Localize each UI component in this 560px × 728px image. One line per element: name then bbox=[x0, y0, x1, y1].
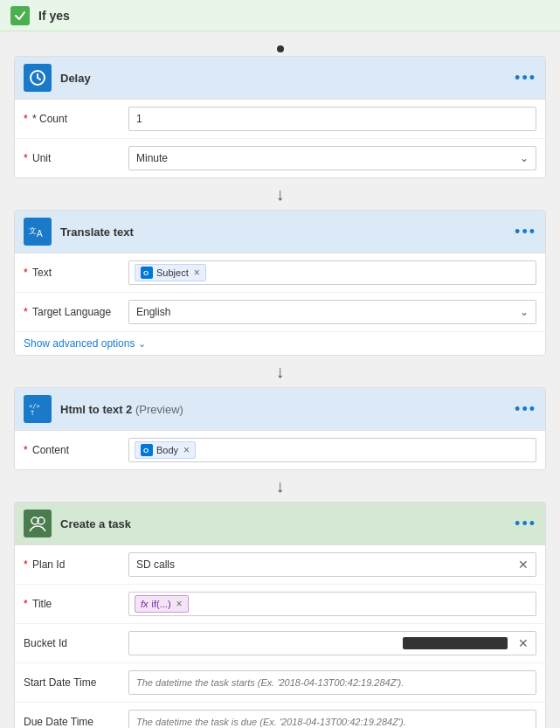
delay-unit-row: * Unit Minute ⌄ bbox=[15, 139, 545, 177]
svg-text:O: O bbox=[143, 269, 149, 277]
due-date-input[interactable] bbox=[128, 710, 536, 728]
translate-language-field: English ⌄ bbox=[128, 300, 536, 324]
create-task-icon bbox=[24, 510, 52, 537]
html-to-text-card-title: Html to text 2 (Preview) bbox=[60, 403, 515, 416]
create-task-card-body: * Plan Id ✕ * Title bbox=[15, 545, 545, 728]
translate-text-label: * Text bbox=[24, 267, 128, 279]
svg-line-2 bbox=[38, 78, 40, 80]
delay-count-input[interactable] bbox=[128, 107, 536, 131]
create-task-card-header: Create a task ••• bbox=[15, 503, 545, 545]
if-yes-label: If yes bbox=[38, 9, 70, 23]
html-content-token-container[interactable]: O Body × bbox=[128, 438, 536, 462]
chevron-down-icon: ⌄ bbox=[138, 338, 146, 350]
arrow-connector-1: ↓ bbox=[14, 178, 546, 210]
subject-token: O Subject × bbox=[135, 264, 206, 281]
translate-icon: 文 A bbox=[24, 218, 52, 246]
start-date-row: Start Date Time bbox=[15, 663, 545, 703]
plan-id-label: * Plan Id bbox=[24, 558, 128, 571]
html-to-text-card: </> T Html to text 2 (Preview) ••• * Con… bbox=[14, 387, 546, 470]
if-token: fx if(...) × bbox=[135, 595, 189, 613]
delay-card-header: Delay ••• bbox=[15, 57, 545, 100]
translate-more-button[interactable]: ••• bbox=[515, 224, 536, 239]
html-to-text-more-button[interactable]: ••• bbox=[515, 401, 536, 417]
translate-text-token-container[interactable]: O Subject × bbox=[128, 260, 536, 285]
svg-text:T: T bbox=[31, 410, 35, 417]
if-yes-check-icon bbox=[10, 6, 30, 25]
if-yes-header: If yes bbox=[0, 0, 560, 31]
task-title-field: fx if(...) × bbox=[128, 592, 536, 616]
delay-count-row: * * Count bbox=[15, 100, 545, 139]
bullet-dot bbox=[277, 45, 284, 52]
page-wrapper: If yes Delay ••• bbox=[0, 0, 560, 728]
translate-card-title: Translate text bbox=[60, 225, 515, 239]
start-date-label: Start Date Time bbox=[24, 676, 128, 689]
delay-count-value bbox=[128, 107, 536, 131]
task-title-token-container[interactable]: fx if(...) × bbox=[128, 592, 536, 616]
create-task-card: Create a task ••• * Plan Id ✕ bbox=[14, 502, 546, 728]
body-token-label: Body bbox=[156, 445, 178, 455]
delay-unit-label: * Unit bbox=[24, 152, 128, 164]
delay-more-button[interactable]: ••• bbox=[515, 70, 536, 86]
delay-card: Delay ••• * * Count * Unit bbox=[14, 56, 546, 178]
translate-language-select[interactable]: English ⌄ bbox=[128, 300, 536, 324]
html-content-row: * Content O Body × bbox=[15, 431, 545, 469]
bucket-id-row: Bucket Id ✕ bbox=[15, 624, 545, 663]
translate-language-label: * Target Language bbox=[24, 306, 128, 318]
due-date-label: Due Date Time bbox=[24, 716, 128, 728]
translate-card-header: 文 A Translate text ••• bbox=[15, 211, 545, 253]
html-to-text-card-body: * Content O Body × bbox=[15, 431, 545, 469]
plan-id-clear-button[interactable]: ✕ bbox=[511, 558, 536, 572]
task-title-row: * Title fx if(...) × bbox=[15, 585, 545, 624]
svg-text:文: 文 bbox=[29, 226, 37, 235]
plan-id-input[interactable] bbox=[129, 554, 511, 575]
fx-icon: fx bbox=[141, 599, 149, 609]
down-arrow-icon: ↓ bbox=[276, 362, 285, 382]
svg-text:</>: </> bbox=[29, 403, 40, 410]
body-token-close[interactable]: × bbox=[183, 444, 190, 456]
task-title-label: * Title bbox=[24, 598, 128, 610]
delay-card-body: * * Count * Unit Minute ⌄ bbox=[15, 100, 545, 177]
subject-token-close[interactable]: × bbox=[194, 267, 200, 279]
delay-unit-field: Minute ⌄ bbox=[128, 146, 536, 170]
bucket-id-input-wrapper: ✕ bbox=[128, 631, 536, 655]
outlook-icon: O bbox=[141, 444, 153, 456]
if-token-close[interactable]: × bbox=[176, 598, 183, 610]
body-token: O Body × bbox=[135, 441, 196, 459]
bucket-id-label: Bucket Id bbox=[24, 637, 128, 649]
html-to-text-icon: </> T bbox=[24, 395, 52, 423]
translate-card: 文 A Translate text ••• * Text bbox=[14, 210, 546, 356]
start-date-input[interactable] bbox=[128, 670, 536, 695]
main-content: Delay ••• * * Count * Unit bbox=[0, 31, 560, 728]
create-task-more-button[interactable]: ••• bbox=[515, 516, 536, 531]
translate-language-selected: English bbox=[136, 306, 170, 318]
down-arrow-icon: ↓ bbox=[276, 184, 285, 205]
bucket-id-field: ✕ bbox=[128, 631, 536, 655]
html-to-text-card-header: </> T Html to text 2 (Preview) ••• bbox=[15, 388, 545, 431]
bucket-id-input[interactable] bbox=[129, 633, 399, 654]
down-arrow-icon: ↓ bbox=[276, 476, 285, 496]
delay-card-title: Delay bbox=[60, 72, 515, 85]
create-task-card-title: Create a task bbox=[60, 517, 515, 530]
bucket-id-redacted bbox=[403, 637, 508, 649]
svg-text:A: A bbox=[37, 229, 43, 239]
translate-language-row: * Target Language English ⌄ bbox=[15, 293, 545, 332]
show-advanced-options[interactable]: Show advanced options ⌄ bbox=[15, 332, 545, 355]
bucket-id-clear-button[interactable]: ✕ bbox=[511, 636, 536, 650]
translate-text-field: O Subject × bbox=[128, 260, 536, 285]
show-advanced-label: Show advanced options bbox=[24, 337, 135, 350]
arrow-connector-3: ↓ bbox=[14, 470, 546, 502]
start-date-field bbox=[128, 670, 536, 695]
delay-icon bbox=[24, 64, 52, 92]
subject-token-label: Subject bbox=[156, 267, 189, 278]
delay-count-label: * * Count bbox=[24, 113, 128, 125]
chevron-down-icon: ⌄ bbox=[520, 152, 529, 164]
due-date-row: Due Date Time bbox=[15, 703, 545, 728]
outlook-icon: O bbox=[141, 267, 153, 279]
delay-unit-select[interactable]: Minute ⌄ bbox=[128, 146, 536, 170]
plan-id-row: * Plan Id ✕ bbox=[15, 545, 545, 585]
chevron-down-icon: ⌄ bbox=[520, 306, 529, 318]
html-content-label: * Content bbox=[24, 444, 128, 456]
delay-unit-selected: Minute bbox=[136, 152, 168, 164]
if-token-label: if(...) bbox=[152, 599, 171, 609]
due-date-field bbox=[128, 710, 536, 728]
